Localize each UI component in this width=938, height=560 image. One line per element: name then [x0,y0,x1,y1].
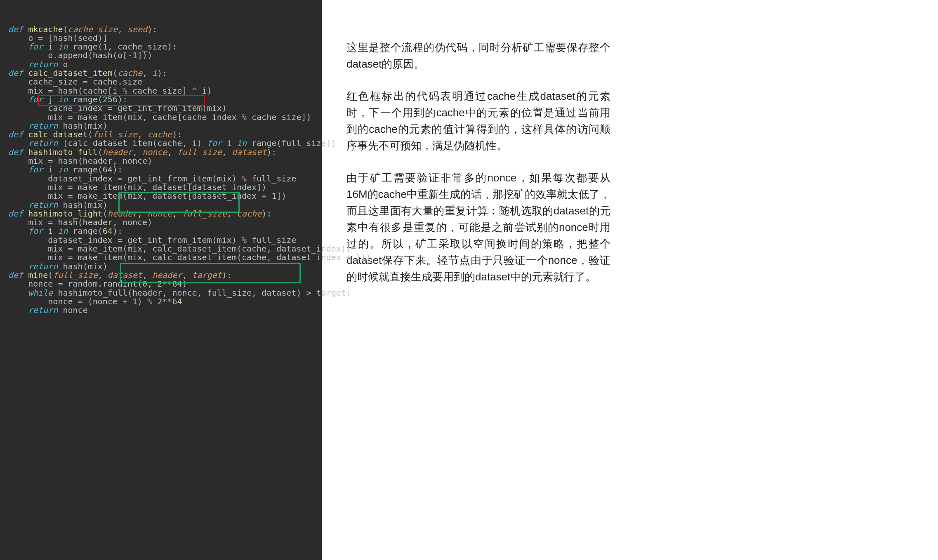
code-line: o = [hash(seed)] [8,34,313,42]
code-line: def hashimoto_full(header, nonce, full_s… [8,148,313,157]
slide: def mkcache(cache_size, seed): o = [hash… [0,0,938,560]
code-line: return [calc_dataset_item(cache, i) for … [8,139,313,148]
code-line: mix = make_item(mix, dataset[dataset_ind… [8,192,313,200]
code-line: for i in range(64): [8,165,313,174]
code-line: mix = make_item(mix, calc_dataset_item(c… [8,253,313,262]
code-line: for i in range(1, cache_size): [8,42,313,51]
paragraph-3: 由于矿工需要验证非常多的nonce，如果每次都要从16M的cache中重新生成的… [346,169,610,285]
code-block: def mkcache(cache_size, seed): o = [hash… [0,0,322,560]
code-line: return hash(mix) [8,122,313,130]
code-line: dataset_index = get_int_from_item(mix) %… [8,236,313,245]
code-line: def calc_dataset_item(cache, i): [8,69,313,78]
code-line: while hashimoto_full(header, nonce, full… [8,289,313,297]
code-line: cache_size = cache.size [8,78,313,86]
code-line: cache_index = get_int_from_item(mix) [8,104,313,113]
code-line: o.append(hash(o[-1])) [8,51,313,60]
code-line: mix = make_item(mix, cache[cache_index %… [8,113,313,122]
code-line: nonce = random.randint(0, 2**64) [8,280,313,288]
code-line: return hash(mix) [8,262,313,271]
code-line: return nonce [8,306,313,315]
code-line: def mine(full_size, dataset, header, tar… [8,271,313,280]
code-line: def calc_dataset(full_size, cache): [8,130,313,139]
code-line: for j in range(256): [8,95,313,104]
code-line: mix = make_item(mix, dataset[dataset_ind… [8,183,313,192]
code-line: def hashimoto_light(header, nonce, full_… [8,209,313,218]
code-line: return o [8,60,313,69]
code-lines-container: def mkcache(cache_size, seed): o = [hash… [8,25,313,315]
code-line: mix = hash(header, nonce) [8,218,313,227]
code-line: def mkcache(cache_size, seed): [8,25,313,34]
code-line: return hash(mix) [8,201,313,209]
code-line: mix = make_item(mix, calc_dataset_item(c… [8,245,313,253]
code-line: nonce = (nonce + 1) % 2**64 [8,297,313,306]
code-line: for i in range(64): [8,227,313,235]
paragraph-2: 红色框标出的代码表明通过cache生成dataset的元素时，下一个用到的cac… [346,88,610,154]
explanation-text: 这里是整个流程的伪代码，同时分析矿工需要保存整个dataset的原因。 红色框标… [346,0,610,560]
code-line: dataset_index = get_int_from_item(mix) %… [8,174,313,183]
code-line: mix = hash(cache[i % cache_size] ^ i) [8,87,313,95]
code-line: mix = hash(header, nonce) [8,157,313,165]
paragraph-1: 这里是整个流程的伪代码，同时分析矿工需要保存整个dataset的原因。 [346,39,610,72]
